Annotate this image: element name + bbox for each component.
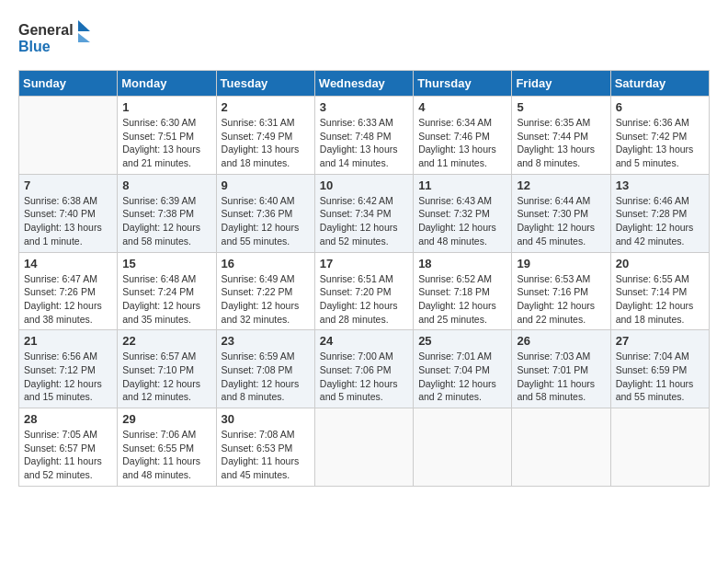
calendar-cell: 3Sunrise: 6:33 AMSunset: 7:48 PMDaylight… [314,97,413,175]
calendar-body: 1Sunrise: 6:30 AMSunset: 7:51 PMDaylight… [19,97,710,487]
calendar-cell: 12Sunrise: 6:44 AMSunset: 7:30 PMDayligh… [512,174,610,252]
calendar-cell [314,408,413,487]
weekday-header-wednesday: Wednesday [314,71,413,97]
day-info: Sunrise: 6:38 AMSunset: 7:40 PMDaylight:… [24,194,112,248]
day-number: 24 [320,334,408,348]
day-info: Sunrise: 6:33 AMSunset: 7:48 PMDaylight:… [320,116,408,170]
day-info: Sunrise: 7:01 AMSunset: 7:04 PMDaylight:… [418,350,506,404]
calendar-cell: 9Sunrise: 6:40 AMSunset: 7:36 PMDaylight… [216,174,314,252]
day-number: 21 [24,334,112,348]
calendar-week-row: 7Sunrise: 6:38 AMSunset: 7:40 PMDaylight… [19,174,710,252]
calendar-week-row: 1Sunrise: 6:30 AMSunset: 7:51 PMDaylight… [19,97,710,175]
day-number: 29 [122,412,210,426]
day-number: 10 [320,178,408,192]
day-info: Sunrise: 6:43 AMSunset: 7:32 PMDaylight:… [418,194,506,248]
calendar-cell [414,408,512,487]
day-number: 1 [122,100,210,114]
day-info: Sunrise: 7:00 AMSunset: 7:06 PMDaylight:… [320,350,408,404]
svg-text:General: General [18,22,74,38]
day-info: Sunrise: 6:49 AMSunset: 7:22 PMDaylight:… [222,272,310,327]
day-number: 5 [517,100,605,114]
day-info: Sunrise: 6:35 AMSunset: 7:44 PMDaylight:… [517,116,605,170]
calendar-cell: 2Sunrise: 6:31 AMSunset: 7:49 PMDaylight… [216,97,314,175]
svg-text:Blue: Blue [18,39,51,54]
day-number: 6 [616,100,704,114]
day-number: 7 [24,178,112,192]
calendar-cell: 7Sunrise: 6:38 AMSunset: 7:40 PMDaylight… [19,174,118,252]
day-number: 17 [320,257,408,270]
calendar-cell: 20Sunrise: 6:55 AMSunset: 7:14 PMDayligh… [610,252,709,330]
day-info: Sunrise: 7:05 AMSunset: 6:57 PMDaylight:… [24,428,112,482]
calendar-cell: 1Sunrise: 6:30 AMSunset: 7:51 PMDaylight… [118,97,216,175]
day-number: 14 [24,257,112,270]
day-info: Sunrise: 6:44 AMSunset: 7:30 PMDaylight:… [517,194,605,248]
calendar-cell: 10Sunrise: 6:42 AMSunset: 7:34 PMDayligh… [314,174,413,252]
weekday-header-row: SundayMondayTuesdayWednesdayThursdayFrid… [19,71,710,97]
day-info: Sunrise: 6:31 AMSunset: 7:49 PMDaylight:… [222,116,310,170]
day-number: 22 [122,334,210,348]
calendar-cell: 30Sunrise: 7:08 AMSunset: 6:53 PMDayligh… [216,408,314,487]
day-number: 9 [222,178,310,192]
day-info: Sunrise: 7:08 AMSunset: 6:53 PMDaylight:… [222,428,310,482]
day-info: Sunrise: 6:52 AMSunset: 7:18 PMDaylight:… [418,272,506,327]
day-info: Sunrise: 6:34 AMSunset: 7:46 PMDaylight:… [418,116,506,170]
calendar-table: SundayMondayTuesdayWednesdayThursdayFrid… [18,70,710,487]
day-info: Sunrise: 6:46 AMSunset: 7:28 PMDaylight:… [616,194,704,248]
day-info: Sunrise: 6:48 AMSunset: 7:24 PMDaylight:… [122,272,210,327]
day-number: 20 [616,257,704,270]
calendar-cell: 4Sunrise: 6:34 AMSunset: 7:46 PMDaylight… [414,97,512,175]
calendar-cell: 8Sunrise: 6:39 AMSunset: 7:38 PMDaylight… [118,174,216,252]
day-number: 30 [222,412,310,426]
calendar-cell: 5Sunrise: 6:35 AMSunset: 7:44 PMDaylight… [512,97,610,175]
logo: GeneralBlue [18,18,92,55]
day-info: Sunrise: 6:40 AMSunset: 7:36 PMDaylight:… [222,194,310,248]
day-info: Sunrise: 6:59 AMSunset: 7:08 PMDaylight:… [222,350,310,404]
day-info: Sunrise: 7:04 AMSunset: 6:59 PMDaylight:… [616,350,704,404]
day-info: Sunrise: 6:42 AMSunset: 7:34 PMDaylight:… [320,194,408,248]
day-info: Sunrise: 6:57 AMSunset: 7:10 PMDaylight:… [122,350,210,404]
calendar-week-row: 21Sunrise: 6:56 AMSunset: 7:12 PMDayligh… [19,330,710,408]
day-number: 12 [517,178,605,192]
day-number: 8 [122,178,210,192]
calendar-cell: 28Sunrise: 7:05 AMSunset: 6:57 PMDayligh… [19,408,118,487]
calendar-cell: 14Sunrise: 6:47 AMSunset: 7:26 PMDayligh… [19,252,118,330]
calendar-cell: 29Sunrise: 7:06 AMSunset: 6:55 PMDayligh… [118,408,216,487]
calendar-cell [19,97,118,175]
calendar-header: SundayMondayTuesdayWednesdayThursdayFrid… [19,71,710,97]
calendar-cell: 11Sunrise: 6:43 AMSunset: 7:32 PMDayligh… [414,174,512,252]
day-info: Sunrise: 6:30 AMSunset: 7:51 PMDaylight:… [122,116,210,170]
day-number: 13 [616,178,704,192]
weekday-header-friday: Friday [512,71,610,97]
day-number: 19 [517,257,605,270]
day-number: 25 [418,334,506,348]
calendar-cell: 18Sunrise: 6:52 AMSunset: 7:18 PMDayligh… [414,252,512,330]
calendar-week-row: 28Sunrise: 7:05 AMSunset: 6:57 PMDayligh… [19,408,710,487]
day-info: Sunrise: 7:03 AMSunset: 7:01 PMDaylight:… [517,350,605,404]
calendar-week-row: 14Sunrise: 6:47 AMSunset: 7:26 PMDayligh… [19,252,710,330]
weekday-header-tuesday: Tuesday [216,71,314,97]
day-info: Sunrise: 6:47 AMSunset: 7:26 PMDaylight:… [24,272,112,327]
calendar-cell [610,408,709,487]
day-number: 11 [418,178,506,192]
weekday-header-sunday: Sunday [19,71,118,97]
day-info: Sunrise: 7:06 AMSunset: 6:55 PMDaylight:… [122,428,210,482]
weekday-header-thursday: Thursday [414,71,512,97]
day-info: Sunrise: 6:39 AMSunset: 7:38 PMDaylight:… [122,194,210,248]
calendar-cell: 22Sunrise: 6:57 AMSunset: 7:10 PMDayligh… [118,330,216,408]
svg-marker-2 [78,20,90,31]
day-info: Sunrise: 6:53 AMSunset: 7:16 PMDaylight:… [517,272,605,327]
day-number: 16 [222,257,310,270]
day-number: 15 [122,257,210,270]
page-header: GeneralBlue [18,18,710,55]
calendar-cell: 27Sunrise: 7:04 AMSunset: 6:59 PMDayligh… [610,330,709,408]
day-number: 18 [418,257,506,270]
day-info: Sunrise: 6:55 AMSunset: 7:14 PMDaylight:… [616,272,704,327]
day-info: Sunrise: 6:36 AMSunset: 7:42 PMDaylight:… [616,116,704,170]
day-number: 28 [24,412,112,426]
day-number: 3 [320,100,408,114]
logo-svg: GeneralBlue [18,18,92,55]
day-number: 4 [418,100,506,114]
weekday-header-monday: Monday [118,71,216,97]
calendar-cell: 17Sunrise: 6:51 AMSunset: 7:20 PMDayligh… [314,252,413,330]
calendar-cell: 19Sunrise: 6:53 AMSunset: 7:16 PMDayligh… [512,252,610,330]
